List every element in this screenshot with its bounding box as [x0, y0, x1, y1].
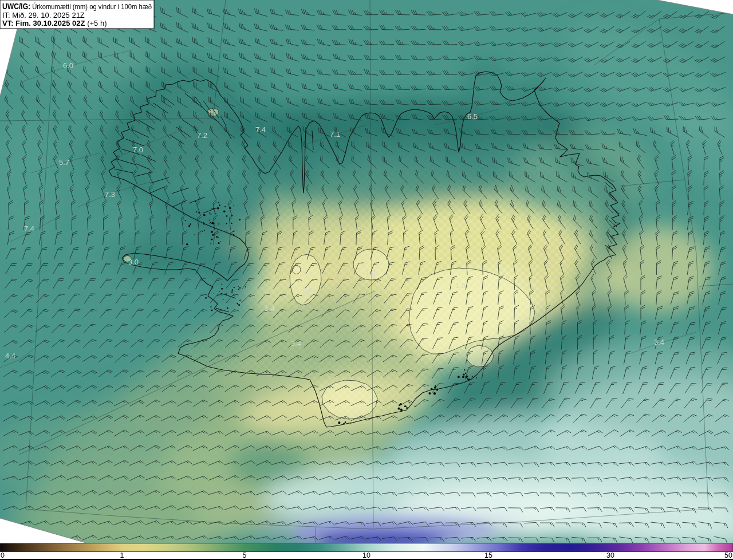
svg-text:10: 10 [362, 551, 371, 559]
svg-text:4.4: 4.4 [5, 352, 15, 360]
svg-text:1.4: 1.4 [302, 286, 312, 295]
svg-text:7.3: 7.3 [105, 190, 115, 199]
svg-text:5: 5 [243, 551, 247, 559]
svg-text:VT: Fim. 30.10.2025 02Z (+5 h): VT: Fim. 30.10.2025 02Z (+5 h) [2, 19, 107, 27]
svg-text:7.4: 7.4 [255, 125, 266, 134]
svg-text:7.0: 7.0 [133, 145, 143, 154]
svg-text:0: 0 [1, 551, 5, 559]
svg-text:7.1: 7.1 [330, 130, 340, 139]
svg-text:1.5: 1.5 [455, 281, 466, 290]
svg-text:3.4: 3.4 [291, 339, 301, 348]
svg-text:1: 1 [120, 551, 124, 559]
svg-text:UWC/IG: Úrkomumætti (mm) og vi: UWC/IG: Úrkomumætti (mm) og vindur i 100… [2, 2, 152, 11]
svg-text:7.2: 7.2 [197, 131, 207, 140]
svg-text:IT: Mið. 29. 10. 2025 21Z: IT: Mið. 29. 10. 2025 21Z [2, 11, 85, 19]
svg-text:30: 30 [606, 551, 614, 559]
svg-text:1.4: 1.4 [265, 304, 275, 313]
svg-text:7.4: 7.4 [24, 224, 34, 233]
svg-text:1.0: 1.0 [365, 269, 376, 277]
svg-text:6.0: 6.0 [63, 61, 73, 70]
svg-text:5.7: 5.7 [59, 158, 69, 167]
svg-text:3.0: 3.0 [128, 258, 139, 266]
svg-text:15: 15 [484, 551, 492, 559]
svg-text:50: 50 [724, 551, 732, 559]
svg-text:3.4: 3.4 [654, 338, 664, 346]
svg-text:6.5: 6.5 [467, 112, 478, 121]
